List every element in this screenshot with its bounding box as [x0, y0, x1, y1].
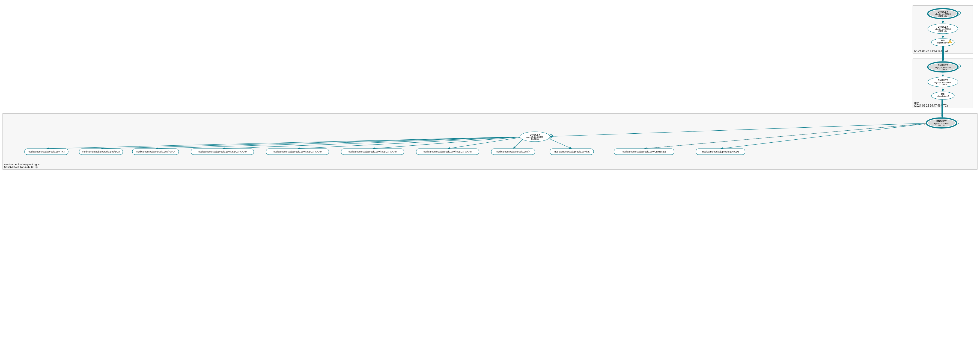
svg-text:medicamentosbajoprecio.gov/TXT: medicamentosbajoprecio.gov/TXT [28, 150, 65, 153]
dnskey-node: DNSKEYalg=13, id=20379512 bits [520, 132, 550, 142]
svg-text:2048 bits: 2048 bits [939, 15, 947, 17]
svg-text:medicamentosbajoprecio.gov/AAA: medicamentosbajoprecio.gov/AAAA [136, 150, 175, 153]
dnskey-node: DNSKEYalg=13, id=35496512 bits [928, 77, 958, 87]
svg-text:512 bits: 512 bits [531, 138, 539, 140]
svg-text:(2024-08-23 14:54:32 UTC): (2024-08-23 14:54:32 UTC) [4, 166, 38, 169]
svg-text:medicamentosbajoprecio.gov/SOA: medicamentosbajoprecio.gov/SOA [82, 150, 120, 153]
dnskey-node: DNSKEYalg=8, id=203262048 bits [928, 9, 958, 19]
svg-text:medicamentosbajoprecio.gov/A: medicamentosbajoprecio.gov/A [496, 150, 530, 153]
svg-text:512 bits: 512 bits [939, 83, 947, 86]
svg-text:medicamentosbajoprecio.gov/NSE: medicamentosbajoprecio.gov/NSEC3PARAM [198, 150, 247, 153]
svg-text:2048 bits: 2048 bits [939, 30, 947, 32]
ds-node: DSdigest alg=2 [931, 92, 955, 99]
svg-text:medicamentosbajoprecio.gov/NS: medicamentosbajoprecio.gov/NS [554, 150, 590, 153]
svg-text:digest alg=2: digest alg=2 [937, 95, 949, 97]
dnskey-node: DNSKEYalg=13, id=9637512 bits [926, 118, 956, 128]
svg-text:medicamentosbajoprecio.gov/NSE: medicamentosbajoprecio.gov/NSEC3PARAM [348, 150, 397, 153]
ds-node: DSdigest alg=2! [931, 38, 955, 46]
svg-text:medicamentosbajoprecio.gov/NSE: medicamentosbajoprecio.gov/NSEC3PARAM [423, 150, 473, 153]
dnssec-graph: .(2024-08-23 14:43:16 UTC)gov(2024-08-23… [0, 0, 980, 355]
svg-text:512 bits: 512 bits [938, 124, 945, 126]
svg-text:512 bits: 512 bits [939, 68, 947, 70]
svg-text:medicamentosbajoprecio.gov/CDN: medicamentosbajoprecio.gov/CDNSKEY [622, 150, 666, 153]
svg-text:digest alg=2: digest alg=2 [937, 42, 949, 44]
svg-text:medicamentosbajoprecio.gov/CDS: medicamentosbajoprecio.gov/CDS [702, 150, 740, 153]
svg-text:medicamentosbajoprecio.gov/NSE: medicamentosbajoprecio.gov/NSEC3PARAM [273, 150, 322, 153]
dnskey-node: DNSKEYalg=13, id=2536512 bits [928, 62, 958, 72]
dnskey-node: DNSKEYalg=8, id=200382048 bits [928, 24, 958, 34]
svg-text:!: ! [950, 41, 950, 43]
zone-box [3, 114, 977, 170]
